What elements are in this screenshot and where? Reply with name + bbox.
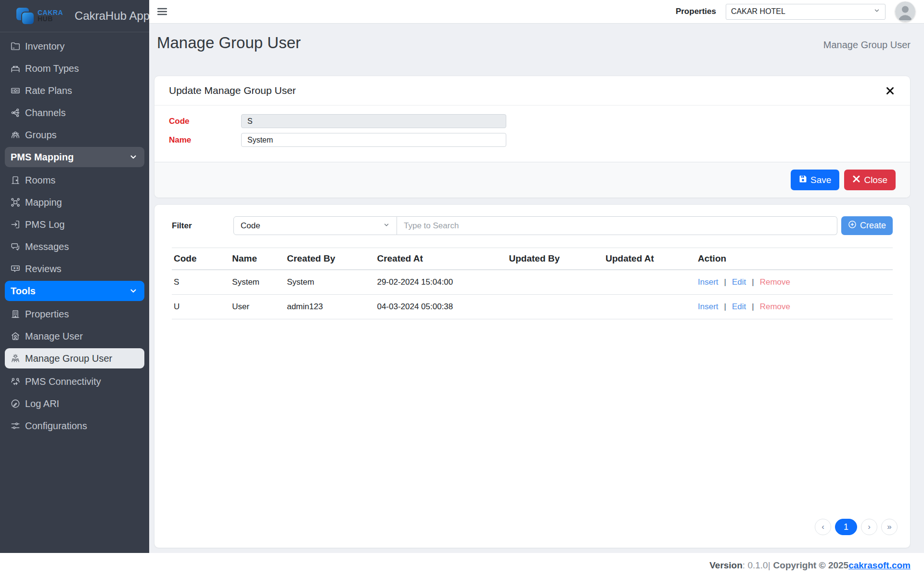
save-button[interactable]: Save <box>791 170 839 190</box>
code-input <box>241 114 506 128</box>
name-label: Name <box>169 135 241 145</box>
topbar-right: Properties CAKAR HOTEL <box>676 1 915 22</box>
sidebar-item-manage-user[interactable]: Manage User <box>0 325 149 347</box>
manage-group-user-icon <box>10 353 21 364</box>
pagination-prev-button[interactable]: ‹ <box>815 519 831 535</box>
properties-label: Properties <box>676 7 716 16</box>
action-cell: Insert|Edit|Remove <box>696 270 893 295</box>
inventory-icon <box>10 41 21 52</box>
sidebar-item-log-ari[interactable]: Log ARI <box>0 393 149 415</box>
cell-created-by: admin123 <box>285 295 375 319</box>
sidebar-item-label: Manage Group User <box>25 353 112 364</box>
sidebar-item-inventory[interactable]: Inventory <box>0 35 149 57</box>
edit-link[interactable]: Edit <box>732 302 746 311</box>
action-separator: | <box>724 277 726 287</box>
rooms-icon <box>10 175 21 185</box>
pms-connectivity-icon <box>10 376 21 387</box>
topbar: Properties CAKAR HOTEL <box>149 0 924 24</box>
column-header-code: Code <box>172 248 230 270</box>
sidebar-item-reviews[interactable]: ★★Reviews <box>0 258 149 280</box>
name-input[interactable] <box>241 133 506 147</box>
action-cell: Insert|Edit|Remove <box>696 295 893 319</box>
chevron-down-icon <box>383 221 390 231</box>
sidebar-item-tools[interactable]: Tools <box>5 281 144 301</box>
create-button[interactable]: Create <box>841 216 893 235</box>
sidebar-item-label: Channels <box>25 107 66 118</box>
insert-link[interactable]: Insert <box>698 302 719 311</box>
cell-updated-by <box>507 295 604 319</box>
close-button-label: Close <box>864 175 887 185</box>
update-card-header: Update Manage Group User <box>154 76 910 105</box>
sidebar-item-pms-mapping[interactable]: PMS Mapping <box>5 147 144 167</box>
user-avatar[interactable] <box>895 1 915 22</box>
log-ari-icon <box>10 398 21 409</box>
remove-link[interactable]: Remove <box>760 277 790 287</box>
sidebar-item-label: Log ARI <box>25 398 59 409</box>
create-button-label: Create <box>860 221 886 231</box>
sidebar-item-rate-plans[interactable]: Rate Plans <box>0 79 149 102</box>
pagination-next-button[interactable]: › <box>861 519 877 535</box>
table-header-row: CodeNameCreated ByCreated AtUpdated ByUp… <box>172 248 893 270</box>
cell-code: U <box>172 295 230 319</box>
update-card-body: CodeName <box>154 105 910 162</box>
cakrahub-logo-icon: CAKRA HUB <box>16 7 63 25</box>
sidebar-item-groups[interactable]: Groups <box>0 124 149 146</box>
column-header-updated-by: Updated By <box>507 248 604 270</box>
edit-link[interactable]: Edit <box>732 277 746 287</box>
version-value: : 0.1.0 <box>743 560 768 571</box>
close-button[interactable]: Close <box>844 170 896 190</box>
cell-name: System <box>230 270 285 295</box>
insert-link[interactable]: Insert <box>698 277 719 287</box>
property-select-value: CAKAR HOTEL <box>731 7 785 16</box>
rate-plans-icon <box>10 85 21 96</box>
svg-text:★★: ★★ <box>13 266 19 270</box>
app-title: CakraHub App <box>75 9 150 23</box>
sidebar-item-pms-log[interactable]: PMS Log <box>0 213 149 236</box>
column-header-updated-at: Updated At <box>603 248 696 270</box>
footer: Version: 0.1.0 | Copyright © 2025 cakras… <box>0 553 924 578</box>
name-field-row: Name <box>169 133 896 147</box>
sidebar-item-channels[interactable]: Channels <box>0 102 149 124</box>
pagination-page-button[interactable]: 1 <box>835 519 857 535</box>
sidebar-item-label: Groups <box>25 130 57 141</box>
table-wrap: CodeNameCreated ByCreated AtUpdated ByUp… <box>154 235 910 319</box>
sidebar-item-label: PMS Mapping <box>11 152 74 163</box>
sidebar-menu: InventoryRoom TypesRate PlansChannelsGro… <box>0 32 149 437</box>
cell-updated-at <box>603 270 696 295</box>
column-header-name: Name <box>230 248 285 270</box>
cell-updated-at <box>603 295 696 319</box>
sidebar-item-properties[interactable]: Properties <box>0 303 149 325</box>
table-row: SSystemSystem29-02-2024 15:04:00Insert|E… <box>172 270 893 295</box>
copyright-text: Copyright © 2025 <box>773 560 849 571</box>
sidebar-item-label: Tools <box>11 286 36 297</box>
page-title: Manage Group User <box>157 34 301 52</box>
close-panel-icon[interactable] <box>884 85 896 96</box>
reviews-icon: ★★ <box>10 263 21 274</box>
chevron-down-icon <box>873 7 880 16</box>
sidebar-item-mapping[interactable]: Mapping <box>0 191 149 213</box>
cakrasoft-link[interactable]: cakrasoft.com <box>848 560 911 571</box>
cell-name: User <box>230 295 285 319</box>
pagination-last-button[interactable]: » <box>881 519 898 535</box>
hamburger-menu-icon[interactable] <box>156 5 168 18</box>
sidebar-item-manage-group-user[interactable]: Manage Group User <box>5 348 144 368</box>
room-types-icon <box>10 63 21 74</box>
sidebar-item-rooms[interactable]: Rooms <box>0 169 149 191</box>
page-header: Manage Group User Manage Group User <box>149 24 924 76</box>
sidebar-item-pms-connectivity[interactable]: PMS Connectivity <box>0 370 149 393</box>
sidebar-item-messages[interactable]: Messages <box>0 236 149 258</box>
mapping-icon <box>10 197 21 208</box>
sidebar-item-room-types[interactable]: Room Types <box>0 57 149 79</box>
remove-link[interactable]: Remove <box>760 302 790 311</box>
property-select[interactable]: CAKAR HOTEL <box>726 4 886 20</box>
search-input[interactable] <box>397 216 837 235</box>
cell-created-at: 29-02-2024 15:04:00 <box>375 270 507 295</box>
logo-mark-icon <box>16 7 36 25</box>
update-card-footer: Save Close <box>154 162 910 197</box>
pagination: ‹1›» <box>154 519 910 548</box>
properties-icon <box>10 309 21 319</box>
action-separator: | <box>752 277 754 287</box>
filter-field-select[interactable]: Code <box>233 216 397 235</box>
configurations-icon <box>10 420 21 431</box>
sidebar-item-configurations[interactable]: Configurations <box>0 415 149 437</box>
